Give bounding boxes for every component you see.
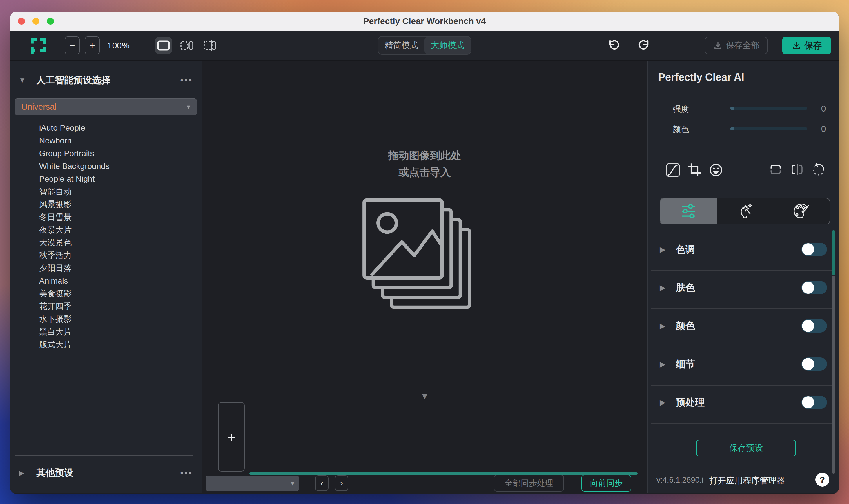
desktop: { "window": { "title": "Perfectly Clear … [0,0,849,504]
preset-group-dropdown[interactable]: Universal ▾ [15,98,197,115]
divider [651,423,835,424]
section-toggle[interactable] [801,319,827,332]
zoom-in-button[interactable]: + [85,36,100,54]
slider-thumb[interactable] [730,107,734,110]
expand-arrow-icon[interactable]: ▶ [660,283,676,292]
face-button[interactable] [709,163,723,177]
zoom-out-button[interactable]: − [65,36,80,54]
preset-item[interactable]: 美食摄影 [10,287,202,300]
download-icon [792,40,801,50]
section-row[interactable]: ▶ 细节 [648,347,839,381]
expand-arrow-icon[interactable]: ▶ [660,245,676,254]
preset-item-label: 夕阳日落 [39,264,72,273]
adjustments-panel: Perfectly Clear AI 强度 0 颜色 0 [647,61,839,493]
crop-icon [688,163,701,177]
close-window-button[interactable] [18,18,25,24]
section-row[interactable]: ▶ 颜色 [648,309,839,343]
preset-item-label: 大漠景色 [39,238,72,247]
master-mode-tab[interactable]: 大师模式 [424,37,471,54]
preset-item[interactable]: 秋季活力 [10,249,202,262]
tab-face-retouch[interactable] [717,198,773,224]
preset-item[interactable]: 大漠景色 [10,236,202,249]
palette-icon [793,203,810,219]
preset-item[interactable]: 黑白大片 [10,326,202,338]
expand-arrow-icon[interactable]: ▶ [660,360,676,369]
side-by-side-view-button[interactable] [178,37,195,54]
save-all-label: 保存全部 [726,40,759,51]
preset-item[interactable]: 夜景大片 [10,223,202,236]
minimize-window-button[interactable] [33,18,39,24]
filmstrip-scrollbar[interactable] [249,472,638,475]
zoom-window-button[interactable] [47,18,54,24]
expand-arrow-icon[interactable]: ▶ [660,398,676,407]
tab-color-grading[interactable] [773,198,830,224]
toggle-knob [802,396,814,409]
preset-item[interactable]: Newborn [10,134,202,147]
section-toggle[interactable] [801,357,827,371]
import-dropzone[interactable]: 拖动图像到此处 或点击导入 [361,147,489,315]
undo-button[interactable] [607,39,620,52]
other-presets-menu-button[interactable]: ••• [180,468,193,478]
rotate-button[interactable] [812,163,826,177]
section-toggle[interactable] [801,243,827,256]
flip-vertical-button[interactable] [769,163,782,176]
curves-button[interactable] [666,163,680,177]
strength-value: 0 [815,104,832,113]
preset-item[interactable]: 版式大片 [10,338,202,351]
previous-image-button[interactable]: ‹ [315,475,329,491]
expand-arrow-icon[interactable]: ▶ [19,469,36,477]
save-button[interactable]: 保存 [782,37,831,54]
preset-item-label: iAuto People [39,123,85,132]
simple-mode-tab[interactable]: 精简模式 [378,37,424,54]
flip-horizontal-button[interactable] [791,163,804,176]
preset-item[interactable]: 花开四季 [10,300,202,313]
presets-menu-button[interactable]: ••• [180,75,193,85]
history-group [607,39,651,52]
scrollbar-thumb[interactable] [832,276,835,473]
redo-button[interactable] [638,39,651,52]
color-slider[interactable] [730,127,807,130]
preset-item-label: Newborn [39,136,72,145]
preset-item[interactable]: iAuto People [10,122,202,134]
expand-arrow-icon[interactable]: ▶ [660,322,676,330]
preset-item[interactable]: 冬日雪景 [10,211,202,223]
sync-forward-button[interactable]: 向前同步 [582,475,631,491]
preset-item[interactable]: 智能自动 [10,185,202,198]
ai-presets-header[interactable]: ▼ 人工智能预设选择 ••• [10,70,202,90]
other-presets-header[interactable]: ▶ 其他预设 ••• [10,456,202,490]
preset-item-label: 美食摄影 [39,289,72,298]
preset-item[interactable]: Group Portraits [10,147,202,160]
section-toggle[interactable] [801,281,827,294]
preset-item[interactable]: 水下摄影 [10,313,202,326]
section-row[interactable]: ▶ 预处理 [648,385,839,419]
scrollbar-accent[interactable] [832,230,835,275]
app-window: Perfectly Clear Workbench v4 − + 100% [10,12,839,494]
preset-item[interactable]: White Backgrounds [10,160,202,173]
slider-thumb[interactable] [730,127,734,130]
preset-item[interactable]: 风景摄影 [10,198,202,211]
section-row[interactable]: ▶ 色调 [648,233,839,266]
save-all-button[interactable]: 保存全部 [705,37,767,54]
adjustment-section: ▶ 肤色 [648,271,839,309]
image-select-dropdown[interactable]: ▾ [206,476,299,491]
sync-all-button[interactable]: 全部同步处理 [494,475,564,491]
preset-item-label: Group Portraits [39,149,94,158]
single-view-button[interactable] [155,37,172,54]
filmstrip-collapse-icon[interactable]: ▼ [420,391,429,401]
section-row[interactable]: ▶ 肤色 [648,271,839,304]
preset-item[interactable]: Animals [10,275,202,287]
preset-item-label: People at Night [39,174,94,183]
collapse-arrow-icon[interactable]: ▼ [19,76,36,84]
tab-manual-adjust[interactable] [660,198,717,224]
preset-item[interactable]: People at Night [10,173,202,185]
open-app-manager-link[interactable]: 打开应用程序管理器 [709,475,785,487]
next-image-button[interactable]: › [335,475,348,491]
preset-item[interactable]: 夕阳日落 [10,262,202,275]
crop-button[interactable] [688,163,701,177]
save-preset-button[interactable]: 保存预设 [696,440,796,456]
section-toggle[interactable] [801,396,827,409]
add-image-button[interactable]: + [218,402,245,471]
strength-slider[interactable] [730,107,807,110]
help-button[interactable]: ? [815,473,829,487]
split-view-button[interactable] [202,37,218,54]
